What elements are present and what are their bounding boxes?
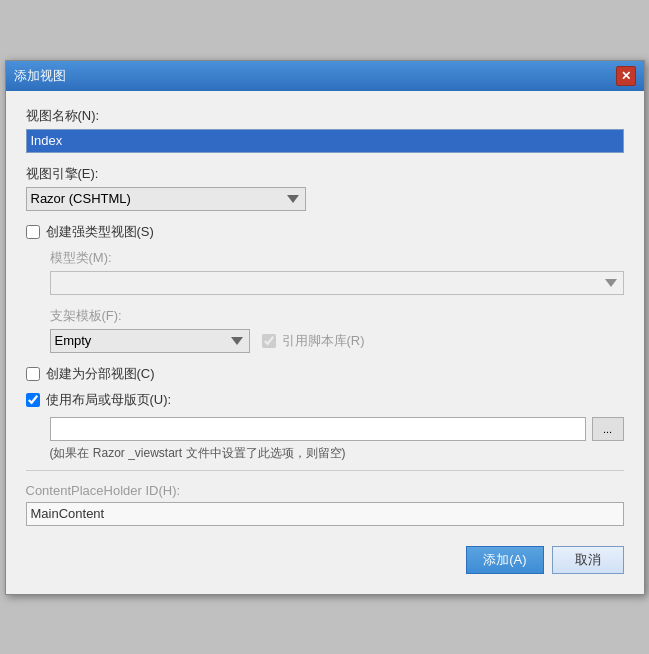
strongly-typed-label: 创建强类型视图(S) xyxy=(46,223,154,241)
view-name-label: 视图名称(N): xyxy=(26,107,624,125)
reference-scripts-label: 引用脚本库(R) xyxy=(282,332,365,350)
model-class-select[interactable] xyxy=(50,271,624,295)
use-layout-row: 使用布局或母版页(U): xyxy=(26,391,624,409)
view-name-input[interactable] xyxy=(26,129,624,153)
reference-scripts-checkbox[interactable] xyxy=(262,334,276,348)
placeholder-input[interactable] xyxy=(26,502,624,526)
layout-section: ... (如果在 Razor _viewstart 文件中设置了此选项，则留空) xyxy=(26,417,624,462)
scaffold-template-select[interactable]: Empty Create Delete Details Edit List xyxy=(50,329,250,353)
placeholder-label: ContentPlaceHolder ID(H): xyxy=(26,483,624,498)
use-layout-checkbox[interactable] xyxy=(26,393,40,407)
view-engine-group: 视图引擎(E): Razor (CSHTML) ASPX xyxy=(26,165,624,211)
strongly-typed-checkbox[interactable] xyxy=(26,225,40,239)
close-button[interactable]: ✕ xyxy=(616,66,636,86)
scaffold-template-group: 支架模板(F): Empty Create Delete Details Edi… xyxy=(50,307,624,353)
cancel-button[interactable]: 取消 xyxy=(552,546,624,574)
browse-button[interactable]: ... xyxy=(592,417,624,441)
strongly-typed-row: 创建强类型视图(S) xyxy=(26,223,624,241)
create-partial-row: 创建为分部视图(C) xyxy=(26,365,624,383)
model-class-section: 模型类(M): 支架模板(F): Empty Create Delete Det… xyxy=(26,249,624,353)
scaffold-row: Empty Create Delete Details Edit List 引用… xyxy=(50,329,624,353)
hint-text: (如果在 Razor _viewstart 文件中设置了此选项，则留空) xyxy=(50,445,624,462)
dialog-body: 视图名称(N): 视图引擎(E): Razor (CSHTML) ASPX 创建… xyxy=(6,91,644,594)
use-layout-label: 使用布局或母版页(U): xyxy=(46,391,172,409)
model-class-label: 模型类(M): xyxy=(50,249,624,267)
add-view-dialog: 添加视图 ✕ 视图名称(N): 视图引擎(E): Razor (CSHTML) … xyxy=(5,60,645,595)
layout-path-input[interactable] xyxy=(50,417,586,441)
layout-input-row: ... xyxy=(50,417,624,441)
scaffold-template-label: 支架模板(F): xyxy=(50,307,624,325)
divider xyxy=(26,470,624,471)
reference-scripts-row: 引用脚本库(R) xyxy=(262,332,365,350)
model-class-group: 模型类(M): xyxy=(50,249,624,295)
view-engine-select[interactable]: Razor (CSHTML) ASPX xyxy=(26,187,306,211)
title-bar: 添加视图 ✕ xyxy=(6,61,644,91)
view-engine-label: 视图引擎(E): xyxy=(26,165,624,183)
button-row: 添加(A) 取消 xyxy=(26,538,624,578)
create-partial-label: 创建为分部视图(C) xyxy=(46,365,155,383)
dialog-title: 添加视图 xyxy=(14,67,66,85)
placeholder-group: ContentPlaceHolder ID(H): xyxy=(26,483,624,526)
view-name-group: 视图名称(N): xyxy=(26,107,624,153)
create-partial-checkbox[interactable] xyxy=(26,367,40,381)
add-button[interactable]: 添加(A) xyxy=(466,546,543,574)
